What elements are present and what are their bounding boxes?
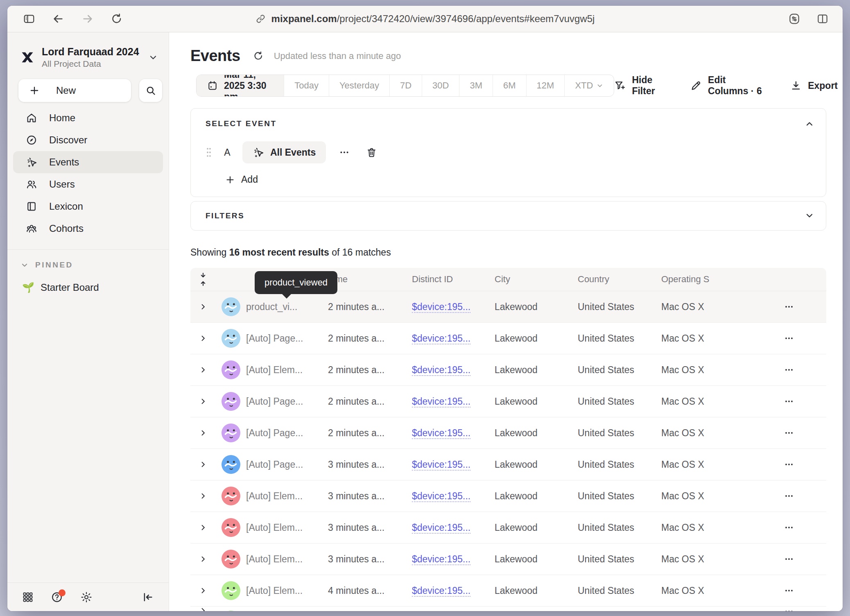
chevron-down-icon[interactable]	[805, 211, 814, 220]
reload-icon[interactable]	[111, 13, 123, 25]
expand-row-icon[interactable]	[190, 607, 216, 611]
expand-row-icon[interactable]	[190, 303, 216, 311]
sidebar-item-cohorts[interactable]: Cohorts	[13, 217, 163, 240]
hide-filter-button[interactable]: Hide Filter	[614, 75, 668, 97]
table-row[interactable]: [Auto] Page... 3 minutes a... $device:19…	[190, 448, 826, 480]
more-options-icon[interactable]	[337, 147, 352, 158]
distinct-id-link[interactable]: $device:195...	[412, 396, 470, 408]
table-row[interactable]: [Auto] Page... 2 minutes a... $device:19…	[190, 385, 826, 417]
range-12m[interactable]: 12M	[526, 75, 565, 96]
workspace-switcher[interactable]: Lord Farquaad 2024 All Project Data	[7, 32, 169, 72]
apps-grid-icon[interactable]	[22, 591, 34, 603]
row-actions-icon[interactable]	[751, 491, 826, 501]
table-row[interactable]: [Auto] Elem... 2 minutes a... $device:19…	[190, 354, 826, 385]
search-button[interactable]	[139, 79, 162, 102]
header-distinct-id[interactable]: Distinct ID	[412, 274, 495, 285]
refresh-icon[interactable]	[253, 50, 264, 62]
row-actions-icon[interactable]	[751, 302, 826, 312]
header-country[interactable]: Country	[578, 274, 661, 285]
sidebar-item-lexicon[interactable]: Lexicon	[13, 195, 163, 217]
row-actions-icon[interactable]	[751, 428, 826, 438]
table-row[interactable]: [Auto] Page... 2 minutes a... $device:19…	[190, 417, 826, 448]
distinct-id-link[interactable]: $device:195...	[412, 522, 470, 534]
time-cell: 2 minutes a...	[328, 365, 412, 376]
expand-row-icon[interactable]	[190, 587, 216, 595]
sidebar-item-starter-board[interactable]: 🌱 Starter Board	[7, 270, 169, 293]
drag-handle-icon[interactable]	[206, 147, 212, 158]
workspace-name: Lord Farquaad 2024	[42, 46, 139, 58]
time-cell: 3 minutes a...	[328, 522, 412, 533]
city-cell: Lakewood	[495, 585, 578, 596]
edit-columns-button[interactable]: Edit Columns · 6	[690, 75, 768, 97]
range-6m[interactable]: 6M	[493, 75, 526, 96]
sidebar-item-discover[interactable]: Discover	[13, 129, 163, 151]
range-3m[interactable]: 3M	[459, 75, 493, 96]
row-actions-icon[interactable]	[751, 460, 826, 469]
expand-row-icon[interactable]	[190, 429, 216, 437]
distinct-id-link[interactable]: $device:195...	[412, 301, 470, 313]
event-selector-pill[interactable]: All Events	[242, 141, 326, 163]
row-actions-icon[interactable]	[751, 586, 826, 596]
address-bar[interactable]: mixpanel.com/project/3472420/view/397469…	[255, 13, 595, 25]
expand-row-icon[interactable]	[190, 366, 216, 374]
table-row[interactable]: [Auto] Page... 2 minutes a... $device:19…	[190, 322, 826, 354]
distinct-id-link[interactable]: $device:195...	[412, 459, 470, 471]
page-settings-icon[interactable]	[788, 12, 801, 25]
filter-add-icon	[614, 80, 626, 91]
distinct-id-link[interactable]: $device:195...	[412, 333, 470, 344]
expand-row-icon[interactable]	[190, 492, 216, 500]
os-cell: Mac OS X	[661, 522, 751, 533]
table-row[interactable]: [Auto] Elem... 4 minutes a... $device:19…	[190, 575, 826, 606]
range-xtd[interactable]: XTD	[564, 75, 614, 96]
event-avatar	[222, 581, 240, 600]
distinct-id-link[interactable]: $device:195...	[412, 428, 470, 439]
expand-row-icon[interactable]	[190, 460, 216, 469]
sidebar-footer	[7, 582, 169, 611]
expand-row-icon[interactable]	[190, 334, 216, 342]
expand-row-icon[interactable]	[190, 555, 216, 563]
table-row[interactable]	[190, 606, 826, 611]
trash-icon[interactable]	[366, 147, 377, 158]
row-actions-icon[interactable]	[751, 396, 826, 406]
range-today[interactable]: Today	[284, 75, 329, 96]
distinct-id-link[interactable]: $device:195...	[412, 491, 470, 502]
row-actions-icon[interactable]	[751, 523, 826, 532]
add-event-button[interactable]: Add	[225, 174, 258, 185]
row-actions-icon[interactable]	[751, 365, 826, 375]
table-row[interactable]: [Auto] Elem... 3 minutes a... $device:19…	[190, 543, 826, 575]
sidebar-item-users[interactable]: Users	[13, 173, 163, 195]
gear-icon[interactable]	[80, 591, 93, 603]
back-icon[interactable]	[52, 12, 65, 25]
range-30d[interactable]: 30D	[422, 75, 459, 96]
export-button[interactable]: Export	[790, 80, 838, 91]
collapse-rows-icon[interactable]	[190, 272, 216, 286]
header-city[interactable]: City	[495, 274, 578, 285]
os-cell: Mac OS X	[661, 554, 751, 565]
city-cell: Lakewood	[495, 365, 578, 376]
help-button[interactable]	[51, 591, 63, 603]
table-row[interactable]: [Auto] Elem... 3 minutes a... $device:19…	[190, 512, 826, 543]
expand-row-icon[interactable]	[190, 523, 216, 532]
split-view-icon[interactable]	[816, 13, 829, 25]
chevron-up-icon[interactable]	[805, 119, 814, 129]
row-actions-icon[interactable]	[751, 333, 826, 343]
sidebar-item-events[interactable]: Events	[13, 151, 163, 173]
new-button[interactable]: New	[18, 79, 131, 102]
event-row-letter: A	[223, 147, 232, 158]
distinct-id-link[interactable]: $device:195...	[412, 554, 470, 565]
distinct-id-link[interactable]: $device:195...	[412, 585, 470, 597]
row-actions-icon[interactable]	[751, 554, 826, 564]
header-os[interactable]: Operating S	[661, 274, 751, 285]
expand-row-icon[interactable]	[190, 397, 216, 405]
header-time[interactable]: Time	[328, 274, 412, 285]
row-actions-icon[interactable]	[751, 607, 826, 611]
date-picker-button[interactable]: Mar 11, 2025 3:30 pm	[197, 75, 284, 96]
sidebar-item-home[interactable]: Home	[13, 107, 163, 129]
sidebar-toggle-icon[interactable]	[23, 13, 35, 25]
pinned-section-header[interactable]: PINNED	[7, 250, 169, 270]
range-yesterday[interactable]: Yesterday	[329, 75, 389, 96]
table-row[interactable]: [Auto] Elem... 3 minutes a... $device:19…	[190, 480, 826, 512]
collapse-sidebar-icon[interactable]	[142, 591, 154, 603]
distinct-id-link[interactable]: $device:195...	[412, 365, 470, 376]
range-7d[interactable]: 7D	[389, 75, 422, 96]
